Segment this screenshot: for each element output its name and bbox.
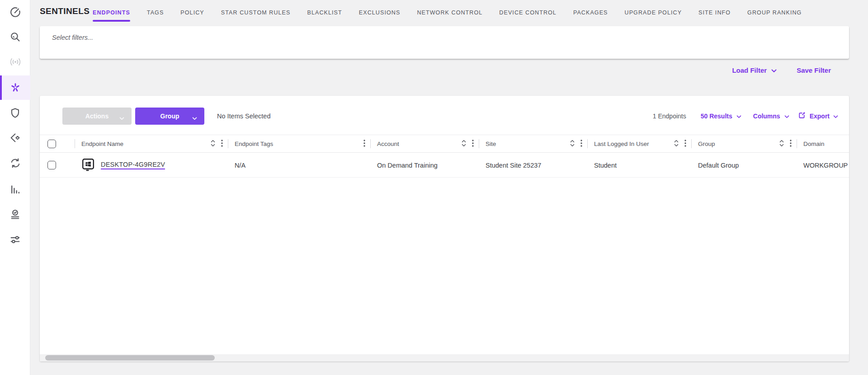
- column-domain: Domain: [797, 135, 849, 152]
- account-cell: On Demand Training: [371, 153, 479, 177]
- domain-cell: WORKGROUP: [797, 153, 849, 177]
- tab-exclusions[interactable]: EXCLUSIONS: [359, 8, 401, 18]
- filter-input[interactable]: Select filters...: [40, 26, 849, 59]
- tab-site-info[interactable]: SITE INFO: [698, 8, 731, 18]
- sort-icon[interactable]: [570, 140, 575, 148]
- sort-icon[interactable]: [462, 140, 466, 148]
- table-header: Endpoint Name Endpoint Tags: [40, 135, 849, 153]
- actions-button-label: Actions: [85, 112, 108, 120]
- toolbar-right: 1 Endpoints 50 Results Columns: [653, 108, 838, 125]
- settings-sliders-icon: [9, 234, 21, 245]
- row-checkbox-cell: [40, 153, 75, 177]
- tasks-icon: [9, 209, 21, 220]
- sidebar-item-threats[interactable]: [0, 101, 30, 125]
- save-filter-button[interactable]: Save Filter: [797, 66, 831, 74]
- chevron-down-icon: [192, 114, 197, 122]
- sort-icon[interactable]: [674, 140, 679, 148]
- tab-group-ranking[interactable]: GROUP RANKING: [747, 8, 802, 18]
- nav-tabs: ENDPOINTS TAGS POLICY STAR CUSTOM RULES …: [93, 3, 802, 23]
- endpoint-count: 1 Endpoints: [653, 112, 686, 120]
- sidebar-item-sentinels[interactable]: [0, 75, 30, 100]
- load-filter-button[interactable]: Load Filter: [732, 66, 777, 74]
- column-endpoint-tags: Endpoint Tags: [228, 135, 371, 152]
- column-label: Account: [377, 141, 399, 147]
- scrollbar-thumb[interactable]: [45, 355, 215, 361]
- endpoint-name-link[interactable]: DESKTOP-4G9RE2V: [101, 161, 165, 169]
- sort-icon[interactable]: [211, 140, 215, 148]
- sidebar-item-network-activity[interactable]: [0, 50, 30, 74]
- sidebar-item-visibility[interactable]: [0, 126, 30, 150]
- threats-shield-icon: [9, 107, 21, 119]
- endpoint-tags-cell: N/A: [228, 153, 371, 177]
- tab-tags[interactable]: TAGS: [147, 8, 164, 18]
- export-label: Export: [810, 112, 830, 120]
- activity-sync-icon: [9, 158, 21, 169]
- sentinels-icon: [9, 82, 21, 94]
- tab-blacklist[interactable]: BLACKLIST: [307, 8, 342, 18]
- sidebar-item-reports[interactable]: [0, 177, 30, 202]
- sidebar-item-dashboard[interactable]: [0, 0, 30, 24]
- sort-icon[interactable]: [779, 140, 784, 148]
- group-cell: Default Group: [692, 153, 797, 177]
- column-label: Site: [486, 141, 496, 147]
- column-site: Site: [479, 135, 588, 152]
- filter-placeholder: Select filters...: [52, 34, 93, 41]
- column-label: Endpoint Tags: [235, 141, 273, 147]
- column-label: Domain: [803, 141, 825, 147]
- select-all-checkbox[interactable]: [47, 140, 56, 148]
- left-sidebar: [0, 0, 30, 375]
- export-icon: [797, 111, 806, 121]
- kebab-menu-icon[interactable]: [684, 140, 686, 148]
- reports-icon: [9, 184, 21, 195]
- save-filter-label: Save Filter: [797, 66, 831, 74]
- tab-endpoints[interactable]: ENDPOINTS: [93, 8, 130, 18]
- app-root: SENTINELS ENDPOINTS TAGS POLICY STAR CUS…: [0, 0, 868, 375]
- chevron-down-icon: [784, 112, 789, 120]
- column-label: Endpoint Name: [81, 141, 123, 147]
- kebab-menu-icon[interactable]: [221, 140, 223, 148]
- export-dropdown[interactable]: Export: [797, 111, 838, 121]
- kebab-menu-icon[interactable]: [363, 140, 365, 148]
- sidebar-item-search[interactable]: [0, 24, 30, 49]
- column-label: Group: [698, 141, 715, 147]
- endpoint-name-cell: DESKTOP-4G9RE2V: [75, 153, 228, 177]
- dashboard-icon: [9, 6, 21, 18]
- chevron-down-icon: [119, 114, 124, 122]
- header-checkbox-cell: [40, 135, 75, 152]
- visibility-icon: [9, 132, 21, 143]
- group-button[interactable]: Group: [135, 108, 204, 125]
- endpoints-card: Actions Group No Items Selected 1 Endpoi…: [40, 96, 849, 361]
- chevron-down-icon: [771, 66, 777, 74]
- chevron-down-icon: [736, 112, 741, 120]
- tab-device-control[interactable]: DEVICE CONTROL: [499, 8, 557, 18]
- tab-policy[interactable]: POLICY: [180, 8, 204, 18]
- kebab-menu-icon[interactable]: [790, 140, 792, 148]
- tab-star-custom-rules[interactable]: STAR CUSTOM RULES: [221, 8, 291, 18]
- actions-button[interactable]: Actions: [62, 108, 132, 125]
- column-endpoint-name: Endpoint Name: [75, 135, 228, 152]
- tab-packages[interactable]: PACKAGES: [573, 8, 608, 18]
- site-cell: Student Site 25237: [479, 153, 588, 177]
- page-title: SENTINELS: [40, 6, 90, 16]
- tab-upgrade-policy[interactable]: UPGRADE POLICY: [625, 8, 682, 18]
- sidebar-item-activity[interactable]: [0, 151, 30, 175]
- results-dropdown[interactable]: 50 Results: [701, 112, 741, 120]
- row-checkbox[interactable]: [47, 161, 56, 169]
- columns-dropdown[interactable]: Columns: [753, 112, 789, 120]
- filter-links: Load Filter Save Filter: [732, 66, 831, 74]
- load-filter-label: Load Filter: [732, 66, 767, 74]
- kebab-menu-icon[interactable]: [580, 140, 582, 148]
- column-label: Last Logged In User: [594, 141, 649, 147]
- tab-network-control[interactable]: NETWORK CONTROL: [417, 8, 482, 18]
- last-logged-in-user-cell: Student: [588, 153, 692, 177]
- column-account: Account: [371, 135, 479, 152]
- table-row[interactable]: DESKTOP-4G9RE2V N/A On Demand Training S…: [40, 153, 849, 178]
- kebab-menu-icon[interactable]: [472, 140, 474, 148]
- windows-icon: [81, 158, 95, 173]
- search-icon: [9, 31, 21, 42]
- sidebar-item-settings[interactable]: [0, 227, 30, 252]
- column-last-logged-in-user: Last Logged In User: [588, 135, 692, 152]
- horizontal-scrollbar[interactable]: [40, 354, 849, 361]
- sidebar-item-tasks[interactable]: [0, 202, 30, 227]
- group-button-label: Group: [160, 112, 179, 120]
